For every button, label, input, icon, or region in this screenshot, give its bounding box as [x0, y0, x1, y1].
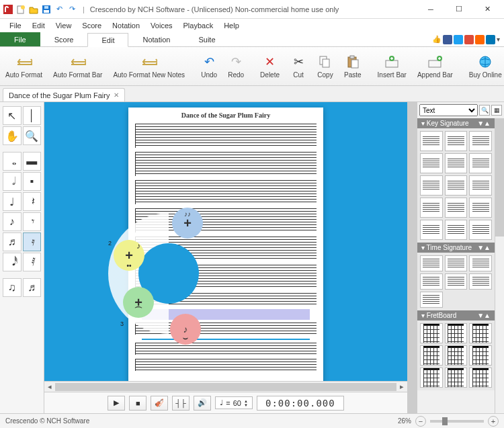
- stop-button[interactable]: ■: [129, 396, 146, 411]
- fretboard-item[interactable]: [469, 323, 492, 343]
- fretboard-item[interactable]: [420, 345, 443, 366]
- new-icon[interactable]: [15, 4, 26, 15]
- key-sig-item[interactable]: [469, 220, 492, 240]
- time-sig-item[interactable]: [420, 255, 443, 271]
- radial-option-red[interactable]: ♪⌣: [170, 314, 201, 345]
- menu-score[interactable]: Score: [77, 20, 107, 31]
- key-sig-item[interactable]: [469, 198, 492, 218]
- menu-view[interactable]: View: [50, 20, 77, 31]
- fretboard-item[interactable]: [469, 368, 492, 388]
- google-plus-icon[interactable]: [464, 35, 474, 44]
- menu-playback[interactable]: Playback: [178, 20, 219, 31]
- redo-button[interactable]: ↷ Redo: [222, 47, 249, 85]
- key-sig-item[interactable]: [469, 131, 492, 151]
- scroll-left-icon[interactable]: ◂: [44, 382, 55, 391]
- delete-button[interactable]: ✕ Delete: [255, 47, 285, 85]
- auto-format-new-notes-button[interactable]: Auto Format New Notes: [108, 47, 190, 85]
- canvas-vertical-scrollbar[interactable]: [407, 102, 417, 413]
- scroll-right-icon[interactable]: ▸: [396, 382, 407, 391]
- key-sig-item[interactable]: [420, 220, 443, 240]
- fretboard-item[interactable]: [420, 368, 443, 388]
- key-sig-item[interactable]: [445, 153, 468, 173]
- fretboard-item[interactable]: [469, 345, 492, 366]
- beam-tool-2[interactable]: ♬: [23, 278, 42, 297]
- hand-tool[interactable]: ✋: [3, 126, 22, 145]
- zoom-in-button[interactable]: +: [488, 416, 499, 427]
- ribbon-tab-file[interactable]: File: [0, 32, 40, 46]
- selection-tool[interactable]: ↖: [3, 106, 22, 125]
- like-icon[interactable]: 👍: [432, 35, 442, 44]
- half-rest-tool[interactable]: ▪: [23, 172, 42, 191]
- quarter-rest-tool[interactable]: 𝄽: [23, 192, 42, 211]
- menu-edit[interactable]: Edit: [27, 20, 50, 31]
- minimize-button[interactable]: ─: [417, 2, 445, 17]
- ribbon-tab-suite[interactable]: Suite: [184, 32, 229, 46]
- ribbon-tab-notation[interactable]: Notation: [128, 32, 184, 46]
- right-panel-scrollbar[interactable]: [495, 118, 504, 413]
- paste-button[interactable]: Paste: [339, 47, 367, 85]
- menu-file[interactable]: File: [4, 20, 27, 31]
- radial-option-green[interactable]: +⌒: [123, 287, 154, 318]
- time-sig-item[interactable]: [445, 273, 468, 290]
- close-button[interactable]: ✕: [473, 2, 501, 17]
- time-sig-item[interactable]: [469, 255, 492, 271]
- horizontal-scrollbar[interactable]: ◂ ▸: [44, 381, 407, 392]
- panel-grid-icon[interactable]: ▦: [491, 105, 502, 116]
- beam-tool-1[interactable]: ♫: [3, 278, 22, 297]
- open-icon[interactable]: [28, 4, 39, 15]
- insert-bar-button[interactable]: Insert Bar: [372, 47, 412, 85]
- instrument-button[interactable]: 🎻: [151, 396, 168, 411]
- bar-line-tool[interactable]: │: [23, 106, 42, 125]
- twitter-icon[interactable]: [454, 35, 463, 44]
- key-sig-item[interactable]: [420, 131, 443, 151]
- zoom-out-button[interactable]: −: [415, 416, 426, 427]
- half-note-tool[interactable]: 𝅗𝅥: [3, 172, 22, 191]
- auto-format-button[interactable]: Auto Format: [0, 47, 48, 85]
- time-sig-item[interactable]: [420, 273, 443, 290]
- whole-rest-tool[interactable]: ▬: [23, 152, 42, 171]
- redo-icon[interactable]: ↷: [67, 4, 77, 15]
- thirtysecond-rest-tool[interactable]: 𝅀: [23, 253, 42, 271]
- undo-button[interactable]: ↶ Undo: [196, 47, 222, 85]
- section-time-signature-header[interactable]: ▾ Time Signature▼▲: [417, 243, 495, 253]
- eighth-rest-tool[interactable]: 𝄾: [23, 212, 42, 231]
- section-fretboard-header[interactable]: ▾ FretBoard▼▲: [417, 310, 495, 320]
- document-tab-close-icon[interactable]: ✕: [114, 91, 119, 99]
- auto-format-bar-button[interactable]: Auto Format Bar: [48, 47, 108, 85]
- thirtysecond-note-tool[interactable]: 𝅘𝅥𝅰: [3, 253, 22, 271]
- metronome-button[interactable]: ┤├: [172, 396, 190, 411]
- maximize-button[interactable]: ☐: [445, 2, 473, 17]
- chevron-down-icon[interactable]: ▾: [497, 36, 500, 43]
- ribbon-tab-edit[interactable]: Edit: [87, 33, 128, 47]
- undo-icon[interactable]: ↶: [54, 4, 65, 15]
- fretboard-item[interactable]: [420, 323, 443, 343]
- right-panel-dropdown[interactable]: Text: [419, 104, 478, 116]
- key-sig-item[interactable]: [445, 220, 468, 240]
- fretboard-item[interactable]: [445, 323, 468, 343]
- zoom-slider[interactable]: [430, 420, 484, 423]
- menu-help[interactable]: Help: [218, 20, 245, 31]
- key-sig-item[interactable]: [445, 131, 468, 151]
- quarter-note-tool[interactable]: ♩: [3, 192, 22, 211]
- sound-button[interactable]: 🔊: [194, 396, 211, 411]
- fretboard-item[interactable]: [445, 345, 468, 366]
- save-icon[interactable]: [41, 4, 52, 15]
- zoom-tool[interactable]: 🔍: [23, 126, 42, 145]
- sixteenth-note-tool[interactable]: ♬: [3, 232, 22, 251]
- score-canvas[interactable]: Dance of the Sugar Plum Fairy 2 3 +♪♪ +♪…: [44, 102, 407, 381]
- time-sig-item[interactable]: [445, 255, 468, 271]
- cut-button[interactable]: ✂ Cut: [285, 47, 312, 85]
- facebook-icon[interactable]: [443, 35, 452, 44]
- key-sig-item[interactable]: [420, 153, 443, 173]
- radial-option-yellow[interactable]: +♪••: [114, 240, 144, 271]
- key-sig-item[interactable]: [420, 198, 443, 218]
- buy-online-button[interactable]: Buy Online: [464, 47, 504, 85]
- time-sig-item[interactable]: [420, 292, 443, 308]
- key-sig-item[interactable]: [469, 175, 492, 196]
- radial-option-blue[interactable]: +♪♪: [172, 208, 203, 239]
- tempo-control[interactable]: ♩ = 60 ▲▼: [215, 396, 253, 409]
- menu-notation[interactable]: Notation: [107, 20, 145, 31]
- key-sig-item[interactable]: [445, 175, 468, 196]
- key-sig-item[interactable]: [420, 175, 443, 196]
- fretboard-item[interactable]: [445, 368, 468, 388]
